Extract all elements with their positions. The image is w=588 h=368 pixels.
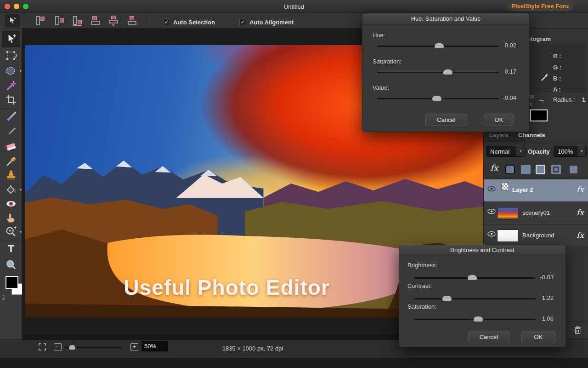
layer-style-button-1[interactable] <box>505 165 515 174</box>
cancel-button[interactable]: Cancel <box>425 114 467 126</box>
align-center-horizontal-icon[interactable] <box>53 16 64 26</box>
layer-row[interactable]: Background fx <box>484 224 588 247</box>
crop-tool[interactable] <box>4 93 18 106</box>
ellipse-selection-icon <box>4 64 18 77</box>
layer-style-button-5[interactable] <box>570 166 577 173</box>
eraser-tool[interactable] <box>4 140 18 153</box>
histogram-eyedropper-icon[interactable] <box>540 72 550 82</box>
slider-knob[interactable] <box>442 296 452 301</box>
chevron-down-icon[interactable]: ▾ <box>20 188 22 192</box>
layer-style-button-2[interactable] <box>521 165 531 174</box>
hue-slider[interactable] <box>377 46 499 47</box>
color-swatch[interactable] <box>530 109 548 121</box>
auto-selection-label: Auto Selection <box>173 19 215 26</box>
tab-layers[interactable]: Layers <box>489 132 509 138</box>
align-bottom-icon[interactable] <box>127 16 138 26</box>
value-value: -0.04 <box>484 94 516 101</box>
arrow-right-icon: → <box>538 95 545 103</box>
ellipse-select-tool[interactable]: ▾ <box>4 64 18 77</box>
slider-knob[interactable] <box>443 69 452 75</box>
visibility-eye-icon[interactable] <box>487 231 496 237</box>
trial-badge[interactable]: PixelStyle Free Foru <box>507 2 573 11</box>
magic-wand-tool[interactable] <box>4 79 18 92</box>
text-tool-icon: T <box>8 243 14 254</box>
clone-stamp-tool[interactable] <box>4 168 18 181</box>
move-cursor-icon <box>4 33 18 46</box>
hue-label: Hue: <box>373 32 385 39</box>
transform-tool[interactable] <box>4 49 18 62</box>
tab-channels[interactable]: Channels <box>518 132 545 138</box>
pixelstyle-window: Untitled PixelStyle Free Foru <box>0 0 588 368</box>
slider-knob[interactable] <box>432 96 441 101</box>
pencil-tool[interactable] <box>4 125 18 138</box>
cancel-button[interactable]: Cancel <box>468 331 509 343</box>
magnifier-tool[interactable] <box>4 259 18 271</box>
layer-style-button-4[interactable] <box>551 165 561 174</box>
slider-knob[interactable] <box>474 316 483 322</box>
eyedropper-icon <box>4 155 18 167</box>
transform-icon <box>4 49 18 62</box>
dialog-title[interactable]: Hue, Saturation and Value <box>362 13 529 24</box>
chevron-down-icon[interactable]: ▾ <box>20 230 22 234</box>
foreground-color-well[interactable] <box>6 276 18 289</box>
layer-fx-badge[interactable]: fx <box>577 208 584 217</box>
chevron-down-icon[interactable]: ▾ <box>20 69 22 73</box>
paintbrush-tool[interactable] <box>4 110 18 123</box>
visibility-eye-icon[interactable] <box>487 186 496 192</box>
chevron-down-icon[interactable]: ▼ <box>577 146 586 156</box>
align-middle-vertical-icon[interactable] <box>108 16 119 26</box>
layer-thumbnail[interactable] <box>497 207 518 219</box>
saturation-slider[interactable] <box>414 319 536 320</box>
layer-thumbnail[interactable] <box>497 230 518 242</box>
layer-thumbnail[interactable] <box>501 183 509 190</box>
radius-value[interactable]: 1 <box>582 96 585 103</box>
opacity-label: Opacity <box>528 148 550 155</box>
layer-row[interactable]: scenery01 fx <box>484 202 588 224</box>
text-tool[interactable]: T <box>4 243 18 256</box>
delete-layer-trash-icon[interactable] <box>573 325 582 335</box>
opacity-dropdown[interactable]: 100% ▼ <box>554 146 587 157</box>
zoom-in-tool[interactable]: ▾ <box>4 225 18 238</box>
align-left-icon[interactable] <box>35 16 46 26</box>
layer-row-selected[interactable]: Layer 2 fx <box>484 179 588 202</box>
blend-mode-dropdown[interactable]: Normal ▼ <box>486 146 526 157</box>
saturation-slider[interactable] <box>377 72 499 73</box>
radius-label: Radius : <box>553 96 575 103</box>
value-slider[interactable] <box>377 98 499 99</box>
tool-separator <box>1 241 21 241</box>
auto-alignment-label: Auto Alignment <box>249 19 294 26</box>
visibility-eye-icon[interactable] <box>487 208 496 214</box>
layer-fx-badge[interactable]: fx <box>577 230 584 240</box>
paint-bucket-tool[interactable]: ▾ <box>4 183 18 196</box>
auto-alignment-checkbox[interactable]: ✓ <box>239 18 246 25</box>
chevron-down-icon[interactable]: ▼ <box>516 146 525 156</box>
red-channel-label: R : <box>553 52 561 59</box>
ok-button[interactable]: OK <box>521 331 555 343</box>
eyedropper-tool[interactable] <box>4 155 18 167</box>
hsv-dialog: Hue, Saturation and Value Hue: 0.02 Satu… <box>362 13 530 132</box>
auto-selection-checkbox[interactable]: ✓ <box>163 18 170 25</box>
saturation-label: Saturation: <box>373 58 401 65</box>
alpha-channel-label: A : <box>553 86 561 93</box>
move-tool[interactable] <box>4 33 18 46</box>
slider-knob[interactable] <box>435 43 444 48</box>
brightness-slider[interactable] <box>414 277 536 279</box>
move-tool-button[interactable] <box>5 14 20 27</box>
eraser-icon <box>4 140 18 153</box>
layer-name[interactable]: Layer 2 <box>512 186 533 193</box>
layer-effects-label[interactable]: fx <box>490 163 498 173</box>
layer-name[interactable]: scenery01 <box>522 209 550 216</box>
smudge-tool[interactable] <box>4 211 18 224</box>
window-footer <box>0 358 588 368</box>
align-right-icon[interactable] <box>72 16 83 26</box>
layer-style-button-3[interactable] <box>536 165 545 174</box>
layer-name[interactable]: Background <box>522 232 554 239</box>
slider-knob[interactable] <box>468 275 477 280</box>
align-top-icon[interactable] <box>90 16 101 26</box>
red-eye-tool[interactable] <box>4 197 18 210</box>
contrast-slider[interactable] <box>414 298 536 299</box>
swap-colors-icon[interactable]: ⤸ <box>2 294 6 300</box>
layer-fx-badge[interactable]: fx <box>577 185 584 194</box>
ok-button[interactable]: OK <box>484 114 514 126</box>
dialog-title[interactable]: Brightness and Contrast <box>399 245 565 255</box>
